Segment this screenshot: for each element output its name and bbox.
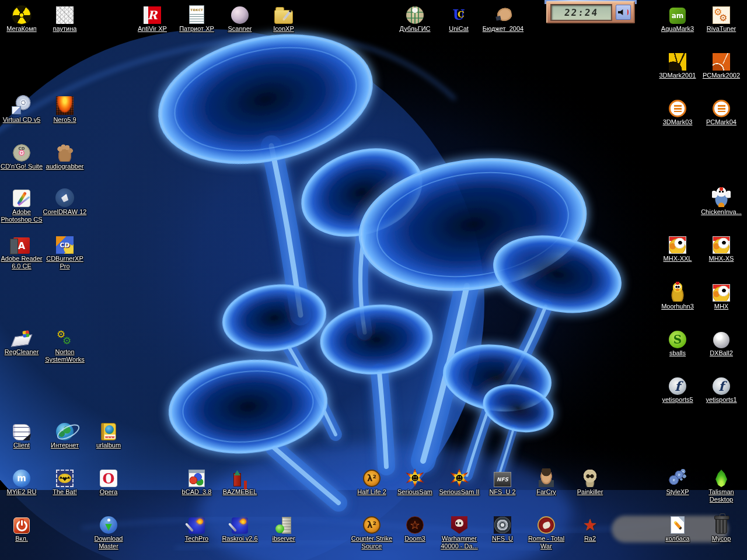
desktop-icon-opera[interactable]: OOpera [86,466,131,496]
desktop-icon-yetisports1[interactable]: fyetisports1 [699,373,744,404]
shield-skull-icon [451,516,467,534]
leaf-icon [714,470,729,487]
folder-pencil-icon [274,10,293,24]
icon-label: Интернет [51,442,79,449]
desktop-icon-yetisports5[interactable]: fyetisports5 [655,373,700,404]
clock-widget[interactable]: 22:24 [546,1,635,23]
desktop-icon-dxball2[interactable]: DXBall2 [699,327,744,357]
hand-grab-icon [56,144,74,162]
moorhuhn-icon [668,282,687,302]
desktop-icon-kolbasa[interactable]: колбаса [655,512,700,542]
desktop-icon-painkiller[interactable]: Painkiller [567,466,613,496]
desktop-icon-mhx[interactable]: MHX [699,280,744,310]
icon-label: Ra2 [584,535,596,542]
desktop-icon-virtual-cd-v5[interactable]: Virtual CD v5 [0,93,44,124]
icon-label: Scanner [228,25,252,33]
desktop-icon-aquamark3[interactable]: amAquaMark3 [655,2,700,33]
desktop-icon-antivir-xp[interactable]: RAntiVir XP [130,2,175,33]
desktop-icon-internet[interactable]: Интернет [42,419,88,449]
desktop-icon-ra2[interactable]: ★Ra2 [567,512,613,542]
torch-icon [232,517,248,534]
desktop-icon-musor[interactable]: Мусор [699,512,744,542]
desktop-icon-audiograbber[interactable]: audiograbber [42,140,88,170]
desktop-icon-stylexp[interactable]: StyleXP [655,466,700,496]
icon-label: The Bat! [53,488,77,496]
pentagram-icon: ☆ [406,516,424,534]
desktop-icon-scanner[interactable]: Scanner [217,2,263,33]
desktop-icon-half-life-2[interactable]: λ²Half Life 2 [349,466,395,496]
desktop-icon-download-master[interactable]: ▼Download Master [86,512,131,550]
desktop-icon-adobe-photoshop-cs[interactable]: Adobe Photoshop CS [0,186,44,223]
desktop-icon-regcleaner[interactable]: RegCleaner [0,326,44,356]
desktop-icon-mhx-xs[interactable]: MHX-XS [699,232,744,262]
desktop-icon-rivatuner[interactable]: ⚙RivaTuner [699,2,744,33]
icon-label: 3DMark03 [663,118,693,126]
desktop-icon-moorhuhn3[interactable]: Moorhuhn3 [655,280,700,310]
desktop-icon-unicat[interactable]: UUniCat [436,2,481,33]
desktop-icon-vkl[interactable]: Вкл. [0,512,44,542]
icon-label: Doom3 [404,535,425,542]
desktop-icon-iconxp[interactable]: IconXP [261,2,306,33]
volume-button[interactable] [616,5,631,20]
icon-label: CDBurnerXP Pro [42,255,88,270]
star-red-icon: ★ [581,515,599,534]
desktop-icon-raskroi-v26[interactable]: Raskroi v2.6 [217,512,263,542]
dm-icon: ▼ [100,516,117,534]
mhx-icon [713,236,730,254]
globe-gis-icon [406,6,424,24]
desktop-icon-urlalbum[interactable]: urlalbum [86,419,131,449]
desktop-icon-serioussam[interactable]: ☻SeriousSam [392,466,438,496]
icon-label: ibserver [272,535,295,542]
desktop-icon-counter-strike-source[interactable]: λ²Counter Strike Source [349,512,395,550]
desktop-icon-coreldraw-12[interactable]: CorelDRAW 12 [42,186,88,216]
desktop-icon-farcry[interactable]: FarCry [523,466,569,496]
desktop-icon-cdngo-suite[interactable]: CDCD'n'Go! Suite [0,140,44,170]
building-icon [231,470,249,487]
mark-circle-icon [713,100,730,117]
desktop-icon-megakomp[interactable]: МегаКомп [0,2,44,33]
desktop-icon-bazmebel[interactable]: BAZMEBEL [217,466,263,496]
desktop-icon-mhx-xxl[interactable]: MHX-XXL [655,232,700,262]
boom-icon: ☻ [406,468,424,487]
desktop-icon-serioussam-ii[interactable]: ☻SeriousSam II [437,466,482,496]
mhx-icon [669,236,686,254]
desktop-icon-norton-systemworks[interactable]: ⚙Norton SystemWorks [42,326,88,363]
desktop-icon-dublgis[interactable]: ДубльГИС [392,2,438,33]
desktop-icon-adobe-reader-60-ce[interactable]: AAdobe Reader 6.0 CE [0,232,44,270]
desktop-icon-chickeninvaders[interactable]: ChickenInva... [699,186,744,216]
desktop-icon-client[interactable]: Client [0,419,44,449]
cd-go-icon: CD [13,144,30,162]
icon-label: 3DMark2001 [659,72,696,79]
desktop-icon-pautina[interactable]: паутина [42,2,88,33]
trash-icon [715,518,727,534]
desktop-icon-pcmark2002[interactable]: PCMark2002 [699,49,744,79]
desktop-icon-pcmark04[interactable]: PCMark04 [699,96,744,126]
desktop-icon-patriot-xp[interactable]: текстПатриот XP [174,2,219,33]
bat-stamp-icon [56,470,74,487]
desktop-icon-nfs-u-2[interactable]: NFSNFS_U 2 [480,466,525,496]
desktop-icon-rome-total-war[interactable]: Rome - Total War [523,512,569,550]
desktop-icon-sballs[interactable]: Ssballs [655,327,700,357]
icon-label: yetisports5 [662,396,693,404]
desktop-icon-3dmark03[interactable]: 3DMark03 [655,96,700,126]
icon-label: Half Life 2 [357,488,386,496]
desktop-icon-nfs-u[interactable]: NFS_U [480,512,525,542]
desktop-icon-ibserver[interactable]: ibserver [261,512,306,542]
web-icon [56,6,74,24]
flash-icon: f [669,377,686,395]
desktop-icon-the-bat[interactable]: The Bat! [42,466,88,496]
desktop-icon-techpro[interactable]: TechPro [174,512,219,542]
icon-label: yetisports1 [706,396,736,404]
desktop-icon-3dmark2001[interactable]: 3DMark2001 [655,49,700,79]
desktop-icon-nero59[interactable]: Nero5.9 [42,93,88,124]
desktop-icon-cdburnerxp-pro[interactable]: CDCDBurnerXP Pro [42,232,88,270]
desktop-icon-budget-2004[interactable]: Бюджет_2004 [480,2,526,33]
desktop-icon-warhammer-40000[interactable]: Warhammer 40000 - Da... [437,512,482,550]
icon-label: Мусор [712,535,731,542]
desktop-icon-talisman-desktop[interactable]: Talisman Desktop [699,466,744,503]
desktop-icon-myie2-ru[interactable]: mMYiE2 RU [0,466,44,496]
icon-label: StyleXP [666,488,689,496]
icon-label: МегаКомп [6,25,36,33]
desktop-icon-doom3[interactable]: ☆Doom3 [392,512,438,542]
desktop-icon-bcad-38[interactable]: bCAD_3.8 [174,466,219,496]
